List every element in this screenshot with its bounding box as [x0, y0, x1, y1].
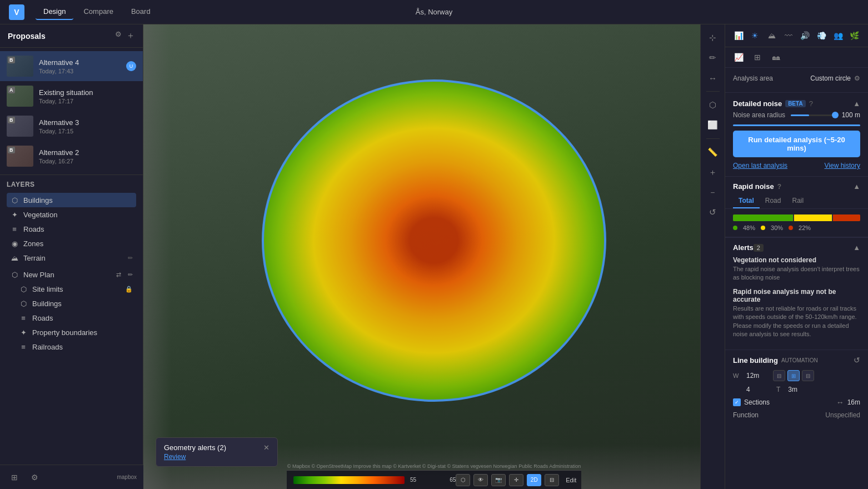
layer-terrain[interactable]: ⛰ Terrain ✏ [7, 251, 136, 265]
noise-expand-icon[interactable]: ▲ [853, 99, 860, 108]
open-last-analysis-link[interactable]: Open last analysis [733, 162, 787, 169]
sidebar-header: Proposals ⚙ ＋ [0, 24, 143, 48]
alerts-header: Alerts 2 ▲ [733, 243, 860, 252]
alert-item-2: Rapid noise analysis may not be accurate… [733, 288, 860, 339]
legend-yellow-label: 30% [771, 224, 783, 231]
cube-view-btn[interactable]: ⬡ [456, 474, 470, 486]
terrain-edit-icon[interactable]: ✏ [128, 255, 133, 262]
add-proposal-icon[interactable]: ＋ [126, 30, 135, 42]
legend-red-label: 22% [799, 224, 811, 231]
tool-measure[interactable]: 📏 [704, 143, 722, 161]
new-plan-header[interactable]: ⬡ New Plan ⇄ ✏ [7, 267, 136, 282]
run-analysis-button[interactable]: Run detailed analysis (~5-20 mins) [733, 131, 860, 157]
icon-line-chart[interactable]: 📈 [731, 49, 746, 65]
align-right-btn[interactable]: ⊟ [802, 370, 814, 381]
rapid-noise-header: Rapid noise ? ▲ [725, 177, 868, 194]
rapid-noise-actions: ▲ [853, 182, 860, 191]
tool-section[interactable]: ⬜ [704, 116, 722, 134]
radius-slider[interactable] [791, 114, 836, 116]
function-row: Function Unspecified [733, 411, 860, 419]
new-plan-sync-icon[interactable]: ⇄ [116, 271, 121, 278]
tab-road[interactable]: Road [760, 194, 787, 208]
alerts-expand-icon[interactable]: ▲ [853, 243, 860, 252]
sidebar-header-icons: ⚙ ＋ [115, 30, 135, 42]
tool-select[interactable]: ⊹ [704, 29, 722, 47]
badge-alt2: B [8, 147, 15, 153]
rapid-noise-info-icon[interactable]: ? [777, 183, 781, 191]
alerts-section: Alerts 2 ▲ Vegetation not considered The… [725, 238, 868, 350]
layer-vegetation[interactable]: ✦ Vegetation [7, 207, 136, 222]
tab-total[interactable]: Total [733, 194, 760, 208]
analysis-area-edit-icon[interactable]: ⚙ [854, 74, 860, 82]
tool-edit[interactable]: ✏ [704, 49, 722, 67]
lb-refresh-icon[interactable]: ↺ [854, 356, 860, 365]
map-area[interactable]: © Mapbox © OpenStreetMap Improve this ma… [143, 24, 725, 489]
tool-rotate[interactable]: ↺ [704, 203, 722, 221]
function-value: Unspecified [825, 411, 860, 419]
tab-rail[interactable]: Rail [786, 194, 809, 208]
compass-btn[interactable]: ✛ [509, 474, 523, 486]
noise-radius-label: Noise area radius [733, 111, 785, 119]
nav-compare[interactable]: Compare [76, 4, 121, 20]
nav-design[interactable]: Design [36, 4, 73, 20]
filter-icon[interactable]: ⚙ [115, 30, 122, 42]
proposal-alt3[interactable]: B Alternative 3 Today, 17:15 [0, 111, 143, 141]
layer-name-site-limits: Site limits [32, 285, 121, 293]
icon-mountain[interactable]: ⛰ [764, 28, 780, 43]
layer-roads[interactable]: ≡ Roads [7, 222, 136, 236]
alert-review-link[interactable]: Review [164, 453, 270, 461]
map-bottom-bar: 55 65 ⬡ 👁 📷 ✛ 2D ⊟ Edit [287, 470, 581, 489]
tool-3d[interactable]: ⬡ [704, 96, 722, 114]
new-plan-edit-icon[interactable]: ✏ [128, 271, 133, 278]
proposal-alt2[interactable]: B Alternative 2 Today, 16:27 [0, 141, 143, 171]
icon-noise[interactable]: 🔊 [797, 28, 812, 43]
new-plan-name: New Plan [23, 271, 112, 279]
icon-leaf[interactable]: 🌿 [847, 28, 862, 43]
settings-icon[interactable]: ⚙ [27, 470, 42, 485]
layer-zones[interactable]: ◉ Zones [7, 236, 136, 251]
icon-wave[interactable]: 〰 [781, 28, 796, 43]
tool-move[interactable]: ↔ [704, 69, 722, 87]
tool-zoom-in[interactable]: ＋ [704, 163, 722, 181]
rapid-noise-collapse-icon[interactable]: ▲ [853, 182, 860, 191]
proposal-alt4[interactable]: B Alternative 4 Today, 17:43 U [0, 51, 143, 81]
scale-labels: 55 65 [410, 477, 456, 483]
icon-grid[interactable]: ⊞ [750, 49, 765, 65]
analysis-area-label: Analysis area [733, 74, 773, 82]
layer-site-limits[interactable]: ⬡ Site limits 🔒 [16, 282, 136, 296]
info-icon[interactable]: ? [809, 99, 813, 108]
radius-slider-fill [791, 114, 809, 116]
layers-btn[interactable]: ⊟ [545, 474, 559, 486]
align-center-btn[interactable]: ⊞ [787, 370, 800, 381]
sections-arrows-icon: ↔ [836, 398, 844, 407]
alert-desc-2: Results are not reliable for roads or ra… [733, 305, 860, 339]
proposal-thumb-alt4: B [7, 56, 33, 77]
tool-zoom-out[interactable]: － [704, 183, 722, 201]
icon-sun[interactable]: ☀ [747, 28, 763, 43]
align-left-btn[interactable]: ⊟ [773, 370, 785, 381]
lock-icon: 🔒 [125, 286, 133, 293]
icon-people[interactable]: 👥 [830, 28, 846, 43]
icon-wind[interactable]: 💨 [814, 28, 829, 43]
photo-btn[interactable]: 📷 [491, 474, 506, 486]
layer-buildings[interactable]: ⬡ Buildings [7, 193, 136, 207]
layer-railroads[interactable]: ≡ Railroads [16, 340, 136, 354]
table-icon[interactable]: ⊞ [7, 470, 22, 485]
nav-board[interactable]: Board [123, 4, 158, 20]
view-history-link[interactable]: View history [825, 162, 860, 169]
bottom-left-bar: ⊞ ⚙ mapbox [0, 465, 143, 489]
mode-2d-btn[interactable]: 2D [527, 474, 541, 486]
proposal-thumb-alt3: B [7, 116, 33, 137]
layer-property-boundaries[interactable]: ✦ Property boundaries [16, 325, 136, 340]
layer-buildings2[interactable]: ⬡ Buildings [16, 296, 136, 311]
layer-roads2[interactable]: ≡ Roads [16, 311, 136, 325]
proposal-existing[interactable]: A Existing situation Today, 17:17 [0, 81, 143, 111]
icon-chart[interactable]: 📊 [731, 28, 746, 43]
edit-btn[interactable]: Edit [566, 477, 576, 483]
sections-checkbox[interactable]: ✓ [733, 398, 741, 406]
detailed-noise-section: Detailed noise BETA ? ▲ Noise area radiu… [725, 93, 868, 177]
eye-btn[interactable]: 👁 [473, 474, 488, 486]
close-icon[interactable]: ✕ [263, 443, 270, 452]
icon-people2[interactable]: 🏘 [769, 49, 784, 65]
legend-yellow-dot [761, 226, 765, 230]
